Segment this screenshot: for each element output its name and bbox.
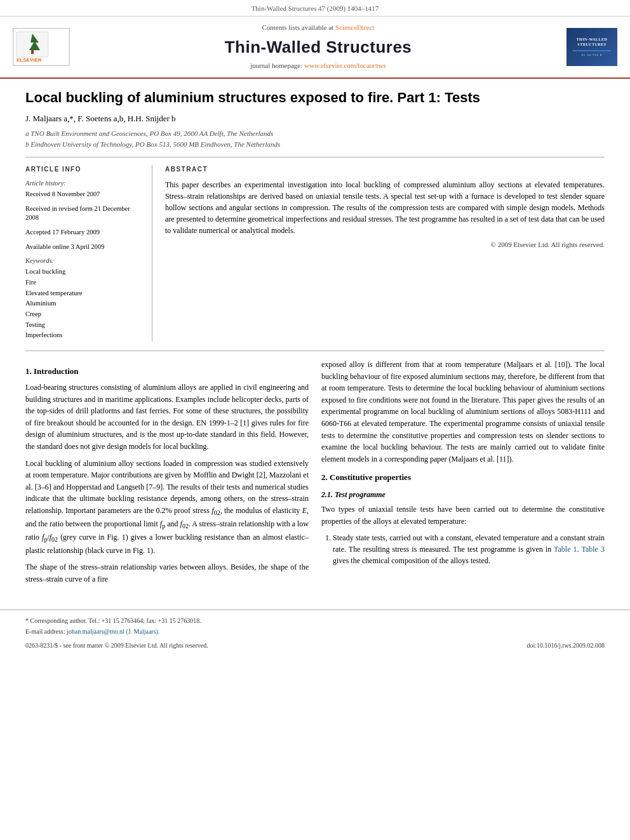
list-item-1: Steady state tests, carried out with a c… bbox=[333, 532, 605, 566]
separator bbox=[25, 157, 605, 157]
email-footnote: E-mail address: johan.maljaars@tno.nl (J… bbox=[25, 627, 605, 636]
doi: doi:10.1016/j.tws.2009.02.008 bbox=[526, 641, 605, 650]
keyword-5: Testing bbox=[25, 321, 142, 330]
article-content: Local buckling of aluminium structures e… bbox=[0, 79, 630, 603]
introduction-heading: 1. Introduction bbox=[25, 365, 309, 378]
thin-walled-logo: THIN-WALLEDSTRUCTURES EL SE VIE R bbox=[566, 28, 617, 66]
history-label: Article history: bbox=[25, 179, 142, 189]
homepage-link[interactable]: www.elsevier.com/locate/tws bbox=[304, 62, 386, 69]
table3-link[interactable]: Table 3 bbox=[581, 545, 605, 554]
info-abstract-block: ARTICLE INFO Article history: Received 8… bbox=[25, 165, 605, 342]
journal-header: ELSEVIER Contents lists available at Sci… bbox=[0, 17, 630, 78]
keyword-6: Imperfections bbox=[25, 331, 142, 340]
right-column: exposed alloy is different from that at … bbox=[321, 359, 605, 590]
right-para-2: Two types of uniaxial tensile tests have… bbox=[321, 503, 605, 527]
svg-rect-3 bbox=[31, 50, 34, 54]
elsevier-logo: ELSEVIER bbox=[13, 28, 70, 66]
corresponding-author: * Corresponding author. Tel.: +31 15 276… bbox=[25, 617, 605, 625]
accepted-date: Accepted 17 February 2009 bbox=[25, 228, 142, 237]
issn: 0263-8231/$ - see front matter © 2009 El… bbox=[25, 641, 208, 650]
received-date: Received 8 November 2007 bbox=[25, 190, 142, 199]
sciencedirect-link[interactable]: ScienceDirect bbox=[335, 23, 375, 31]
bottom-info: 0263-8231/$ - see front matter © 2009 El… bbox=[25, 641, 605, 650]
table1-link[interactable]: Table 1 bbox=[554, 545, 577, 554]
abstract-title: ABSTRACT bbox=[165, 165, 605, 174]
left-column: 1. Introduction Load-bearing structures … bbox=[25, 359, 309, 590]
intro-para-2: Local buckling of aluminium alloy sectio… bbox=[25, 458, 309, 557]
test-types-list: Steady state tests, carried out with a c… bbox=[333, 532, 605, 566]
separator-2 bbox=[25, 350, 605, 351]
abstract-block: ABSTRACT This paper describes an experim… bbox=[165, 165, 605, 342]
email-link[interactable]: johan.maljaars@tno.nl (J. Maljaars). bbox=[67, 628, 159, 635]
intro-para-1: Load-bearing structures consisting of al… bbox=[25, 382, 309, 453]
article-footer: * Corresponding author. Tel.: +31 15 276… bbox=[0, 610, 630, 650]
online-date: Available online 3 April 2009 bbox=[25, 243, 142, 252]
keywords-list: Local buckling Fire Elevated temperature… bbox=[25, 267, 142, 340]
author-names: J. Maljaars a,*, F. Soetens a,b, H.H. Sn… bbox=[25, 114, 176, 123]
keyword-1: Fire bbox=[25, 278, 142, 288]
article-title: Local buckling of aluminium structures e… bbox=[25, 89, 605, 107]
article-info-title: ARTICLE INFO bbox=[25, 165, 142, 174]
page: Thin-Walled Structures 47 (2009) 1404–14… bbox=[0, 0, 630, 840]
section2-heading: 2. Constitutive properties bbox=[321, 471, 605, 484]
copyright: © 2009 Elsevier Ltd. All rights reserved… bbox=[165, 240, 605, 250]
right-para-1: exposed alloy is different from that at … bbox=[321, 359, 605, 465]
authors: J. Maljaars a,*, F. Soetens a,b, H.H. Sn… bbox=[25, 113, 605, 124]
affiliation-a: a TNO Built Environment and Geosciences,… bbox=[25, 128, 605, 139]
email-label: E-mail address: bbox=[25, 628, 65, 635]
journal-title: Thin-Walled Structures bbox=[76, 36, 560, 58]
affiliation-b: b Eindhoven University of Technology, PO… bbox=[25, 139, 605, 150]
keywords-label: Keywords: bbox=[25, 257, 142, 266]
abstract-text: This paper describes an experimental inv… bbox=[165, 179, 605, 236]
affiliations: a TNO Built Environment and Geosciences,… bbox=[25, 128, 605, 149]
article-info: ARTICLE INFO Article history: Received 8… bbox=[25, 165, 152, 342]
keyword-3: Aluminium bbox=[25, 299, 142, 309]
sub21-heading: 2.1. Test programme bbox=[321, 489, 605, 501]
article-body: 1. Introduction Load-bearing structures … bbox=[25, 359, 605, 590]
journal-reference-bar: Thin-Walled Structures 47 (2009) 1404–14… bbox=[0, 0, 630, 17]
homepage-line: journal homepage: www.elsevier.com/locat… bbox=[76, 61, 560, 70]
journal-title-block: Contents lists available at ScienceDirec… bbox=[76, 23, 560, 70]
keyword-2: Elevated temperature bbox=[25, 289, 142, 298]
intro-para-3: The shape of the stress–strain relations… bbox=[25, 561, 309, 585]
keyword-4: Creep bbox=[25, 310, 142, 319]
revised-date: Received in revised form 21 December 200… bbox=[25, 204, 142, 223]
keyword-0: Local buckling bbox=[25, 267, 142, 277]
svg-text:ELSEVIER: ELSEVIER bbox=[17, 57, 42, 63]
journal-reference: Thin-Walled Structures 47 (2009) 1404–14… bbox=[251, 4, 379, 12]
sciencedirect-line: Contents lists available at ScienceDirec… bbox=[76, 23, 560, 32]
